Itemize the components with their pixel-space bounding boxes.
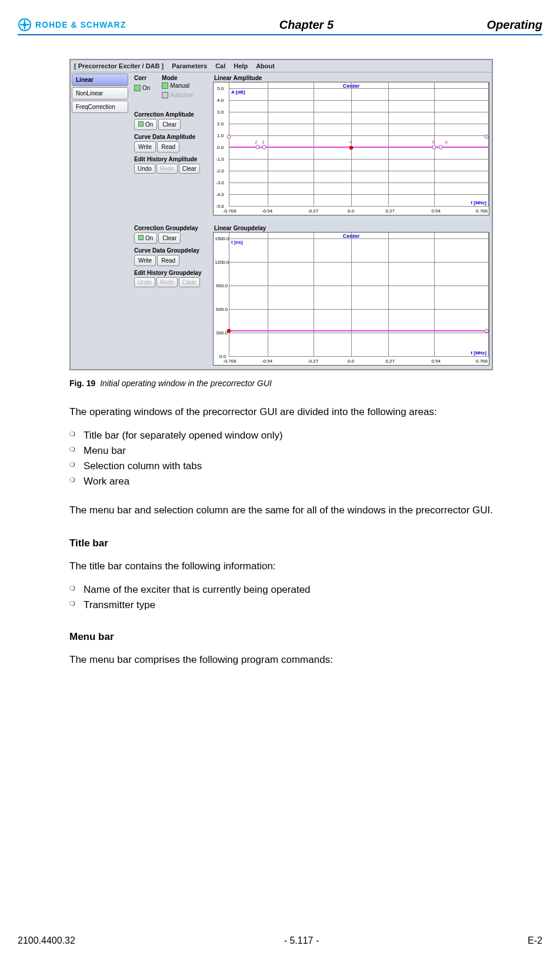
header-right: Operating [487,18,542,32]
paragraph-1: The operating windows of the precorrecto… [69,406,542,419]
tab-freqcorrection[interactable]: FreqCorrection [72,101,128,113]
header-chapter: Chapter 5 [279,18,334,32]
list-areas: Title bar (for separately opened window … [69,430,542,487]
heading-menubar: Menu bar [69,631,542,643]
hist-amp-label: Edit History Amplitude [134,156,212,162]
menubar: [ Precorrector Exciter / DAB ] Parameter… [71,60,492,72]
chart1-title: Linear Amplitude [213,74,489,81]
mode-manual-checkbox[interactable]: Manual [162,82,189,89]
list-item: Title bar (for separately opened window … [69,430,542,442]
corr-gd-label: Correction Groupdelay [134,225,212,231]
list-item: Menu bar [69,445,542,457]
page-header: ROHDE & SCHWARZ Chapter 5 Operating [18,18,542,35]
mode-adaptive-checkbox[interactable]: Adaptive [162,92,193,98]
chart1-ylabel: A [dB] [231,89,245,95]
footer-right: E-2 [528,935,542,946]
curve-gd-read-button[interactable]: Read [157,255,179,266]
corr-amp-on-button[interactable]: On [134,119,157,130]
hist-amp-clear-button[interactable]: Clear [179,164,200,174]
corr-label: Corr [134,75,150,81]
curve-amp-read-button[interactable]: Read [157,141,179,152]
svg-point-1 [23,23,26,26]
hist-gd-label: Edit History Groupdelay [134,270,212,276]
list-item: Selection column with tabs [69,460,542,472]
menu-cal[interactable]: Cal [215,62,225,69]
work-area: Corr On Mode Manual Adaptive [129,72,492,369]
hist-amp-undo-button[interactable]: Undo [134,164,155,174]
chart2-plot[interactable]: Center t [ns] f [MHz] 1500.0 1200.0 900.… [213,232,489,366]
logo-icon [18,18,32,32]
paragraph-2: The menu bar and selection column are th… [69,504,542,517]
paragraph-3: The title bar contains the following inf… [69,560,542,573]
corr-on-checkbox[interactable]: On [134,85,150,91]
screenshot-window: [ Precorrector Exciter / DAB ] Parameter… [69,59,493,370]
corr-gd-clear-button[interactable]: Clear [158,233,181,244]
page-footer: 2100.4400.32 - 5.117 - E-2 [18,935,542,946]
curve-amp-label: Curve Data Amplitude [134,134,212,140]
corr-amp-clear-button[interactable]: Clear [158,119,181,130]
hist-gd-clear-button[interactable]: Clear [179,277,200,287]
figure-caption: Fig. 19 Initial operating window in the … [69,379,542,388]
chart2-title: Linear Groupdelay [213,224,489,231]
hist-amp-redo-button[interactable]: Redo [156,164,178,174]
corr-amp-label: Correction Amplitude [134,111,212,118]
chart1-plot[interactable]: Center A [dB] f [MHz] 5.0 4.0 3.0 2.0 1.… [213,82,489,215]
curve-gd-write-button[interactable]: Write [134,255,156,266]
list-item: Transmitter type [69,599,542,611]
tabs-column: Linear NonLinear FreqCorrection [71,72,129,369]
mode-label: Mode [162,75,193,81]
chart1-xlabel: f [MHz] [471,200,486,205]
footer-left: 2100.4400.32 [18,935,75,946]
paragraph-4: The menu bar comprises the following pro… [69,653,542,667]
tab-linear[interactable]: Linear [72,74,128,86]
hist-gd-redo-button[interactable]: Redo [156,277,178,287]
curve-amp-write-button[interactable]: Write [134,141,156,152]
corr-gd-on-button[interactable]: On [134,233,157,244]
hist-gd-undo-button[interactable]: Undo [134,277,155,287]
window-title: [ Precorrector Exciter / DAB ] [74,62,164,69]
chart2-ylabel: t [ns] [231,240,243,245]
menu-parameters[interactable]: Parameters [172,62,207,69]
chart2-xlabel: f [MHz] [471,350,486,356]
brand-text: ROHDE & SCHWARZ [35,20,126,29]
heading-titlebar: Title bar [69,537,542,549]
list-item: Work area [69,476,542,487]
menu-help[interactable]: Help [234,62,248,69]
curve-gd-label: Curve Data Groupdelay [134,247,212,254]
footer-center: - 5.117 - [284,935,319,946]
tab-nonlinear[interactable]: NonLinear [72,87,128,99]
menu-about[interactable]: About [256,62,275,69]
list-titlebar: Name of the exciter that is currently be… [69,584,542,611]
list-item: Name of the exciter that is currently be… [69,584,542,596]
